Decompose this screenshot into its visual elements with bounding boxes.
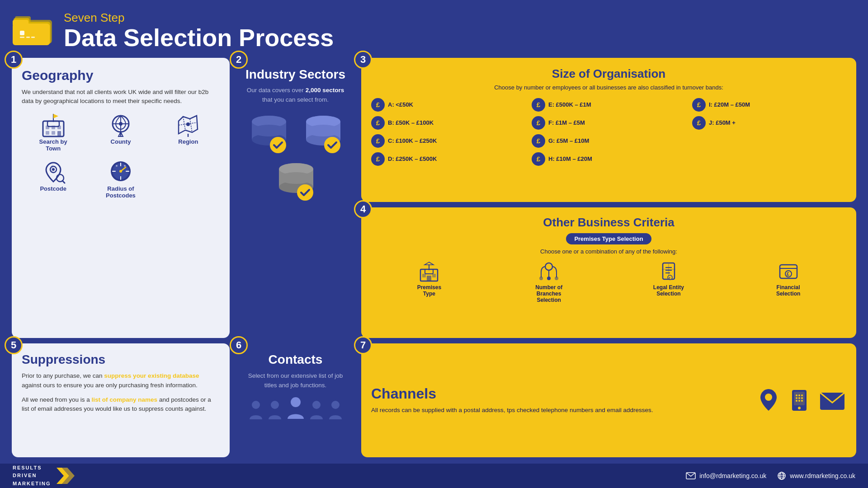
email-icon — [818, 390, 846, 411]
footer-email: info@rdmarketing.co.uk — [686, 472, 766, 479]
premises-badge: Premises Type Selection — [566, 233, 651, 244]
size-title: Size of Organisation — [371, 67, 846, 81]
band-h: £ H: £10M – £20M — [532, 152, 686, 166]
svg-point-88 — [331, 401, 340, 409]
step6-badge: 6 — [230, 336, 248, 354]
telephone-icon — [788, 387, 811, 413]
geo-item-county: County — [89, 112, 152, 152]
footer-website: www.rdmarketing.co.uk — [777, 471, 855, 480]
industry-desc: Our data covers over 2,000 sectors that … — [244, 86, 347, 104]
svg-line-31 — [62, 181, 65, 183]
svg-rect-13 — [52, 126, 55, 129]
suppressions-title: Suppressions — [22, 352, 220, 367]
svg-point-52 — [306, 125, 340, 136]
size-card: 3 Size of Organisation Choose by number … — [361, 58, 856, 202]
svg-point-39 — [119, 170, 122, 173]
person-icon-4 — [327, 399, 344, 421]
band-j: £ J: £50M + — [692, 116, 846, 130]
database-icon-3 — [271, 160, 321, 203]
town-label: Search byTown — [39, 138, 67, 152]
svg-marker-19 — [53, 114, 58, 118]
svg-point-69 — [539, 277, 543, 280]
svg-point-23 — [119, 122, 123, 126]
svg-point-84 — [252, 401, 260, 409]
svg-point-94 — [798, 394, 800, 396]
other-title: Other Business Criteria — [371, 216, 846, 230]
suppressions-desc1: Prior to any purchase, we can suppress y… — [22, 371, 220, 390]
svg-text:£: £ — [787, 271, 789, 277]
footer: RESULTSDRIVENMARKETING info@rdmarketing.… — [0, 464, 868, 488]
svg-rect-8 — [26, 37, 30, 38]
svg-text:£: £ — [669, 276, 671, 280]
svg-rect-4 — [13, 23, 50, 45]
region-label: Region — [178, 138, 198, 145]
database-icon-2 — [298, 113, 348, 155]
geo-item-postcode: Postcode — [22, 159, 85, 199]
svg-point-97 — [798, 397, 800, 399]
svg-point-95 — [801, 394, 803, 396]
channels-desc: All records can be supplied with a posta… — [371, 406, 748, 415]
step2-badge: 2 — [230, 51, 248, 69]
industry-card: 2 Industry Sectors Our data covers over … — [237, 58, 354, 338]
postcode-label: Postcode — [40, 185, 66, 192]
svg-point-89 — [765, 394, 772, 401]
svg-point-40 — [116, 165, 118, 167]
contacts-title: Contacts — [244, 352, 347, 367]
svg-point-93 — [796, 394, 797, 396]
svg-point-67 — [545, 263, 552, 270]
person-icon-3 — [308, 399, 325, 421]
email-footer-icon — [686, 472, 696, 479]
svg-point-47 — [270, 137, 286, 153]
svg-point-86 — [291, 397, 301, 407]
svg-point-71 — [555, 277, 558, 280]
svg-point-27 — [186, 122, 190, 126]
radius-label: Radius ofPostcodes — [106, 185, 136, 199]
svg-rect-64 — [427, 276, 431, 281]
radius-icon — [107, 159, 135, 185]
header-text: Seven Step Data Selection Process — [64, 11, 334, 51]
band-f: £ F: £1M – £5M — [532, 116, 686, 130]
geo-item-town: Search byTown — [22, 112, 85, 152]
svg-point-98 — [801, 397, 803, 399]
criteria-premises: PremisesType — [371, 260, 487, 303]
svg-rect-7 — [20, 37, 24, 38]
svg-rect-14 — [57, 126, 61, 129]
footer-website-text: www.rdmarketing.co.uk — [790, 472, 855, 479]
geo-item-region: Region — [157, 112, 220, 152]
header-title: Data Selection Process — [64, 25, 334, 51]
svg-point-101 — [801, 400, 803, 402]
channels-icons — [757, 387, 846, 413]
header-subtitle: Seven Step — [64, 11, 334, 25]
step7-badge: 7 — [354, 336, 372, 354]
industry-title: Industry Sectors — [244, 68, 347, 82]
step4-badge: 4 — [354, 200, 372, 218]
criteria-legal: £ Legal EntitySelection — [611, 260, 727, 303]
svg-point-87 — [312, 401, 321, 409]
postcode-icon — [39, 159, 67, 185]
contacts-desc: Select from our extensive list of job ti… — [244, 371, 347, 390]
channels-card: 7 Channels All records can be supplied w… — [361, 343, 856, 457]
premises-icon — [417, 260, 441, 282]
other-criteria-card: 4 Other Business Criteria Premises Type … — [361, 207, 856, 338]
svg-point-46 — [252, 125, 286, 136]
suppressions-desc2: All we need from you is a list of compan… — [22, 395, 220, 414]
svg-point-59 — [297, 184, 313, 201]
location-icon — [757, 387, 780, 413]
svg-point-70 — [547, 277, 551, 280]
band-b: £ B: £50K – £100K — [371, 116, 525, 130]
svg-point-96 — [796, 397, 797, 399]
financial-icon: £ — [776, 260, 801, 282]
svg-point-29 — [52, 168, 55, 171]
region-icon — [174, 112, 202, 138]
channels-content: Channels All records can be supplied wit… — [371, 385, 748, 415]
database-icon-1 — [244, 113, 294, 155]
criteria-branches: Number ofBranchesSelection — [491, 260, 607, 303]
branches-icon — [537, 260, 561, 282]
globe-icon — [777, 471, 786, 480]
svg-rect-16 — [52, 131, 55, 135]
size-subtitle: Choose by number or employees or all bus… — [371, 84, 846, 92]
svg-point-41 — [124, 165, 126, 167]
folder-icon — [13, 12, 56, 50]
svg-rect-12 — [46, 126, 49, 129]
band-d: £ D: £250K – £500K — [371, 152, 525, 166]
